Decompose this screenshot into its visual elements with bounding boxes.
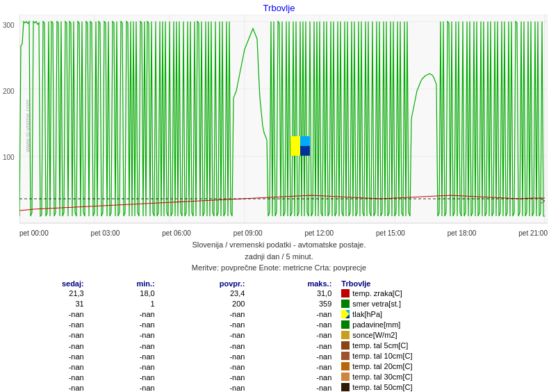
legend-label: temp. tal 5cm[C] — [352, 341, 408, 350]
y-label-300: 300 — [3, 22, 15, 29]
cell-2-2: -nan — [159, 309, 249, 320]
x-label-4: pet 12:00 — [304, 229, 334, 237]
table-row: -nan-nan-nan-nantemp. tal 10cm[C] — [7, 351, 551, 361]
cell-7-2: -nan — [159, 361, 249, 372]
cell-8-3: -nan — [249, 372, 336, 382]
cell-4-3: -nan — [249, 330, 336, 341]
cell-5-1: -nan — [88, 341, 159, 351]
cell-6-0: -nan — [7, 351, 88, 361]
cell-7-label: temp. tal 20cm[C] — [336, 361, 551, 372]
legend-color-box — [341, 310, 350, 318]
x-axis-labels: pet 00:00 pet 03:00 pet 06:00 pet 09:00 … — [19, 229, 548, 237]
table-row: -nan-nan-nan-nantemp. tal 20cm[C] — [7, 361, 551, 372]
x-label-2: pet 06:00 — [162, 229, 191, 237]
desc-line2: zadnji dan / 5 minut. — [0, 251, 558, 263]
table-row: 21,318,023,431,0temp. zraka[C] — [7, 288, 551, 299]
col-header-sedaj: sedaj: — [7, 279, 88, 288]
cell-5-2: -nan — [159, 341, 249, 351]
legend-label: temp. tal 10cm[C] — [352, 352, 412, 360]
legend-color-box — [341, 362, 350, 370]
cell-0-2: 23,4 — [159, 288, 249, 299]
cell-3-label: padavine[mm] — [336, 320, 551, 330]
cell-2-1: -nan — [88, 309, 159, 320]
cell-4-2: -nan — [159, 330, 249, 341]
legend-color-box — [341, 300, 350, 308]
table-row: -nan-nan-nan-nansonce[W/m2] — [7, 330, 551, 341]
col-header-label: Trbovlje — [336, 279, 551, 288]
cell-6-3: -nan — [249, 351, 336, 361]
cell-3-1: -nan — [88, 320, 159, 330]
cell-1-1: 1 — [88, 299, 159, 309]
cell-2-0: -nan — [7, 309, 88, 320]
legend-label: tlak[hPa] — [352, 310, 382, 318]
legend-color-box — [341, 341, 350, 350]
cell-1-3: 359 — [249, 299, 336, 309]
legend-color-box — [341, 352, 350, 360]
cell-0-3: 31,0 — [249, 288, 336, 299]
cell-7-1: -nan — [88, 361, 159, 372]
legend-label: padavine[mm] — [352, 320, 400, 329]
desc-line1: Slovenija / vremenski podatki - avtomats… — [0, 239, 558, 251]
x-label-5: pet 15:00 — [376, 229, 405, 237]
cell-3-2: -nan — [159, 320, 249, 330]
legend-color-box — [341, 320, 350, 329]
legend-color-box — [341, 289, 350, 297]
table-row: -nan-nan-nan-nanpadavine[mm] — [7, 320, 551, 330]
table-row: -nan-nan-nan-nantlak[hPa] — [7, 309, 551, 320]
cell-9-label: temp. tal 50cm[C] — [336, 382, 551, 392]
table-row: -nan-nan-nan-nantemp. tal 50cm[C] — [7, 382, 551, 392]
legend-label: temp. tal 30cm[C] — [352, 373, 412, 381]
x-label-3: pet 09:00 — [233, 229, 263, 237]
legend-label: temp. tal 50cm[C] — [352, 383, 412, 391]
cell-1-2: 200 — [159, 299, 249, 309]
cell-9-0: -nan — [7, 382, 88, 392]
x-label-0: pet 00:00 — [19, 229, 49, 237]
cell-0-1: 18,0 — [88, 288, 159, 299]
cell-8-0: -nan — [7, 372, 88, 382]
cell-8-2: -nan — [159, 372, 249, 382]
cell-6-2: -nan — [159, 351, 249, 361]
cell-2-3: -nan — [249, 309, 336, 320]
cell-9-1: -nan — [88, 382, 159, 392]
x-label-6: pet 18:00 — [448, 229, 477, 237]
watermark-side: www.si-vreme.com — [24, 99, 31, 152]
legend-color-box — [341, 373, 350, 381]
cell-1-label: smer vetra[st.] — [336, 299, 551, 309]
chart-svg — [19, 15, 548, 234]
chart-description: Slovenija / vremenski podatki - avtomats… — [0, 237, 558, 275]
table-row: -nan-nan-nan-nantemp. tal 30cm[C] — [7, 372, 551, 382]
chart-area: www.si-vreme.com 300 200 100 — [0, 15, 558, 237]
table-row: 311200359smer vetra[st.] — [7, 299, 551, 309]
cell-4-label: sonce[W/m2] — [336, 330, 551, 341]
cell-5-label: temp. tal 5cm[C] — [336, 341, 551, 351]
cell-8-label: temp. tal 30cm[C] — [336, 372, 551, 382]
chart-title: Trbovlje — [0, 0, 558, 15]
desc-line3: Meritve: povprečne Enote: metricne Crta:… — [0, 262, 558, 274]
cell-3-0: -nan — [7, 320, 88, 330]
cell-3-3: -nan — [249, 320, 336, 330]
cell-4-0: -nan — [7, 330, 88, 341]
legend-color-box — [341, 383, 350, 391]
svg-rect-15 — [300, 136, 310, 146]
x-label-7: pet 21:00 — [518, 229, 548, 237]
legend-label: temp. zraka[C] — [352, 289, 402, 297]
cell-1-0: 31 — [7, 299, 88, 309]
cell-7-3: -nan — [249, 361, 336, 372]
cell-6-label: temp. tal 10cm[C] — [336, 351, 551, 361]
table-row: -nan-nan-nan-nantemp. tal 5cm[C] — [7, 341, 551, 351]
data-table: sedaj: min.: povpr.: maks.: Trbovlje 21,… — [7, 279, 551, 393]
cell-2-label: tlak[hPa] — [336, 309, 551, 320]
cell-9-3: -nan — [249, 382, 336, 392]
legend-color-box — [341, 331, 350, 339]
cell-5-0: -nan — [7, 341, 88, 351]
main-container: Trbovlje www.si-vreme.com 300 200 100 — [0, 0, 558, 392]
col-header-min: min.: — [88, 279, 159, 288]
y-label-100: 100 — [3, 154, 15, 161]
cell-7-0: -nan — [7, 361, 88, 372]
y-label-200: 200 — [3, 88, 15, 95]
cell-6-1: -nan — [88, 351, 159, 361]
legend-label: smer vetra[st.] — [352, 300, 401, 308]
x-label-1: pet 03:00 — [91, 229, 120, 237]
cell-0-0: 21,3 — [7, 288, 88, 299]
col-header-povpr: povpr.: — [159, 279, 249, 288]
